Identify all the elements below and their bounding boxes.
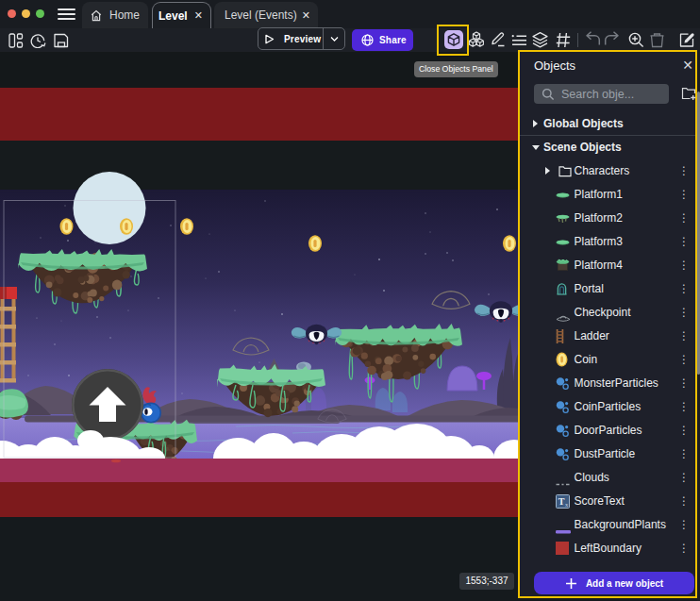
svg-text:T: T xyxy=(558,496,565,507)
